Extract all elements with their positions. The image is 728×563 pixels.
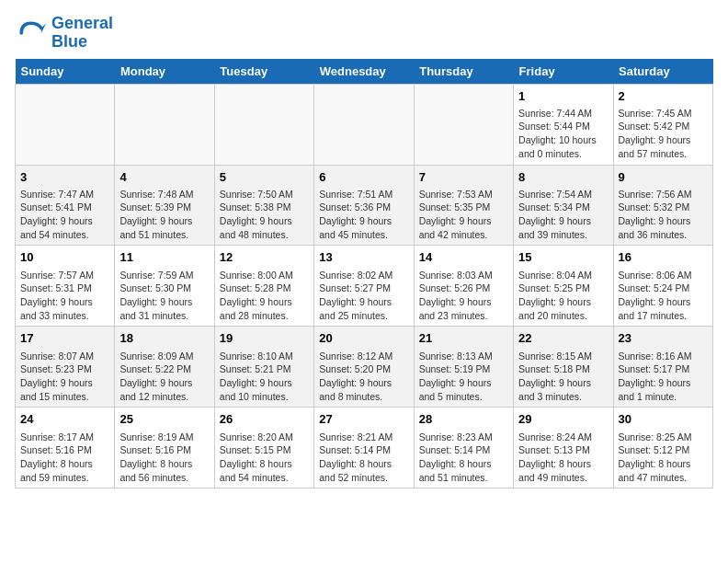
calendar-cell: 9Sunrise: 7:56 AM Sunset: 5:32 PM Daylig… — [613, 165, 712, 246]
calendar-cell: 18Sunrise: 8:09 AM Sunset: 5:22 PM Dayli… — [115, 327, 214, 408]
day-info: Sunrise: 8:15 AM Sunset: 5:18 PM Dayligh… — [518, 350, 608, 404]
logo: General Blue — [15, 15, 113, 52]
day-number: 17 — [20, 330, 109, 347]
day-number: 26 — [220, 411, 309, 428]
weekday-header-saturday: Saturday — [613, 59, 712, 85]
calendar-week-1: 1Sunrise: 7:44 AM Sunset: 5:44 PM Daylig… — [16, 84, 713, 165]
day-number: 14 — [419, 249, 508, 266]
day-info: Sunrise: 7:56 AM Sunset: 5:32 PM Dayligh… — [619, 188, 708, 242]
day-number: 13 — [319, 249, 408, 266]
day-number: 21 — [419, 330, 508, 347]
day-info: Sunrise: 8:24 AM Sunset: 5:13 PM Dayligh… — [518, 431, 608, 485]
day-info: Sunrise: 7:50 AM Sunset: 5:38 PM Dayligh… — [220, 188, 309, 242]
calendar-cell: 4Sunrise: 7:48 AM Sunset: 5:39 PM Daylig… — [115, 165, 214, 246]
calendar-cell — [214, 84, 313, 165]
weekday-header-sunday: Sunday — [16, 59, 115, 85]
calendar-cell: 3Sunrise: 7:47 AM Sunset: 5:41 PM Daylig… — [16, 165, 115, 246]
day-number: 24 — [20, 411, 109, 428]
calendar-cell — [414, 84, 513, 165]
day-number: 7 — [419, 169, 508, 186]
day-info: Sunrise: 7:51 AM Sunset: 5:36 PM Dayligh… — [319, 188, 408, 242]
calendar-cell: 6Sunrise: 7:51 AM Sunset: 5:36 PM Daylig… — [314, 165, 414, 246]
day-number: 11 — [119, 249, 209, 266]
day-info: Sunrise: 8:21 AM Sunset: 5:14 PM Dayligh… — [319, 431, 408, 485]
calendar-cell: 16Sunrise: 8:06 AM Sunset: 5:24 PM Dayli… — [613, 246, 712, 327]
day-number: 15 — [518, 249, 608, 266]
day-info: Sunrise: 7:45 AM Sunset: 5:42 PM Dayligh… — [619, 107, 708, 161]
calendar-cell: 11Sunrise: 7:59 AM Sunset: 5:30 PM Dayli… — [115, 246, 214, 327]
day-number: 12 — [220, 249, 309, 266]
calendar-week-5: 24Sunrise: 8:17 AM Sunset: 5:16 PM Dayli… — [16, 408, 713, 488]
day-number: 22 — [518, 330, 608, 347]
day-number: 1 — [518, 88, 608, 105]
logo-text: General Blue — [51, 15, 113, 52]
calendar-cell: 5Sunrise: 7:50 AM Sunset: 5:38 PM Daylig… — [214, 165, 313, 246]
calendar-week-2: 3Sunrise: 7:47 AM Sunset: 5:41 PM Daylig… — [16, 165, 713, 246]
calendar-cell: 14Sunrise: 8:03 AM Sunset: 5:26 PM Dayli… — [414, 246, 513, 327]
calendar-week-4: 17Sunrise: 8:07 AM Sunset: 5:23 PM Dayli… — [16, 327, 713, 408]
day-info: Sunrise: 8:23 AM Sunset: 5:14 PM Dayligh… — [419, 431, 508, 485]
day-info: Sunrise: 8:17 AM Sunset: 5:16 PM Dayligh… — [20, 431, 109, 485]
day-number: 20 — [319, 330, 408, 347]
day-number: 4 — [119, 169, 209, 186]
calendar-cell: 7Sunrise: 7:53 AM Sunset: 5:35 PM Daylig… — [414, 165, 513, 246]
calendar-week-3: 10Sunrise: 7:57 AM Sunset: 5:31 PM Dayli… — [16, 246, 713, 327]
calendar-cell: 1Sunrise: 7:44 AM Sunset: 5:44 PM Daylig… — [514, 84, 613, 165]
day-number: 8 — [518, 169, 608, 186]
weekday-header-friday: Friday — [514, 59, 613, 85]
calendar-cell — [16, 84, 115, 165]
weekday-header-tuesday: Tuesday — [214, 59, 313, 85]
calendar-cell: 21Sunrise: 8:13 AM Sunset: 5:19 PM Dayli… — [414, 327, 513, 408]
calendar-cell — [314, 84, 414, 165]
day-info: Sunrise: 7:57 AM Sunset: 5:31 PM Dayligh… — [20, 269, 109, 323]
day-number: 18 — [119, 330, 209, 347]
day-info: Sunrise: 8:04 AM Sunset: 5:25 PM Dayligh… — [518, 269, 608, 323]
day-number: 27 — [319, 411, 408, 428]
calendar-body: 1Sunrise: 7:44 AM Sunset: 5:44 PM Daylig… — [16, 84, 713, 488]
calendar-cell: 26Sunrise: 8:20 AM Sunset: 5:15 PM Dayli… — [214, 408, 313, 488]
weekday-header-thursday: Thursday — [414, 59, 513, 85]
logo-icon — [15, 17, 48, 50]
day-number: 28 — [419, 411, 508, 428]
calendar-header-row: SundayMondayTuesdayWednesdayThursdayFrid… — [16, 59, 713, 85]
calendar-cell: 20Sunrise: 8:12 AM Sunset: 5:20 PM Dayli… — [314, 327, 414, 408]
calendar-cell — [115, 84, 214, 165]
day-info: Sunrise: 8:20 AM Sunset: 5:15 PM Dayligh… — [220, 431, 309, 485]
calendar-cell: 13Sunrise: 8:02 AM Sunset: 5:27 PM Dayli… — [314, 246, 414, 327]
day-info: Sunrise: 7:59 AM Sunset: 5:30 PM Dayligh… — [119, 269, 209, 323]
calendar-cell: 10Sunrise: 7:57 AM Sunset: 5:31 PM Dayli… — [16, 246, 115, 327]
day-info: Sunrise: 8:00 AM Sunset: 5:28 PM Dayligh… — [220, 269, 309, 323]
day-info: Sunrise: 7:48 AM Sunset: 5:39 PM Dayligh… — [119, 188, 209, 242]
day-info: Sunrise: 8:09 AM Sunset: 5:22 PM Dayligh… — [119, 350, 209, 404]
calendar-cell: 24Sunrise: 8:17 AM Sunset: 5:16 PM Dayli… — [16, 408, 115, 488]
day-number: 3 — [20, 169, 109, 186]
day-number: 5 — [220, 169, 309, 186]
calendar-cell: 17Sunrise: 8:07 AM Sunset: 5:23 PM Dayli… — [16, 327, 115, 408]
calendar-cell: 12Sunrise: 8:00 AM Sunset: 5:28 PM Dayli… — [214, 246, 313, 327]
calendar-cell: 29Sunrise: 8:24 AM Sunset: 5:13 PM Dayli… — [514, 408, 613, 488]
calendar-table: SundayMondayTuesdayWednesdayThursdayFrid… — [15, 59, 713, 489]
day-info: Sunrise: 7:47 AM Sunset: 5:41 PM Dayligh… — [20, 188, 109, 242]
day-info: Sunrise: 8:06 AM Sunset: 5:24 PM Dayligh… — [619, 269, 708, 323]
calendar-cell: 27Sunrise: 8:21 AM Sunset: 5:14 PM Dayli… — [314, 408, 414, 488]
day-number: 30 — [619, 411, 708, 428]
day-info: Sunrise: 8:16 AM Sunset: 5:17 PM Dayligh… — [619, 350, 708, 404]
day-info: Sunrise: 8:10 AM Sunset: 5:21 PM Dayligh… — [220, 350, 309, 404]
day-info: Sunrise: 8:25 AM Sunset: 5:12 PM Dayligh… — [619, 431, 708, 485]
weekday-header-monday: Monday — [115, 59, 214, 85]
day-number: 16 — [619, 249, 708, 266]
calendar-cell: 25Sunrise: 8:19 AM Sunset: 5:16 PM Dayli… — [115, 408, 214, 488]
day-number: 10 — [20, 249, 109, 266]
day-number: 6 — [319, 169, 408, 186]
day-info: Sunrise: 7:54 AM Sunset: 5:34 PM Dayligh… — [518, 188, 608, 242]
day-info: Sunrise: 8:02 AM Sunset: 5:27 PM Dayligh… — [319, 269, 408, 323]
day-number: 2 — [619, 88, 708, 105]
day-info: Sunrise: 8:07 AM Sunset: 5:23 PM Dayligh… — [20, 350, 109, 404]
day-number: 29 — [518, 411, 608, 428]
weekday-header-wednesday: Wednesday — [314, 59, 414, 85]
day-number: 25 — [119, 411, 209, 428]
day-number: 23 — [619, 330, 708, 347]
day-info: Sunrise: 8:03 AM Sunset: 5:26 PM Dayligh… — [419, 269, 508, 323]
day-info: Sunrise: 8:19 AM Sunset: 5:16 PM Dayligh… — [119, 431, 209, 485]
calendar-cell: 19Sunrise: 8:10 AM Sunset: 5:21 PM Dayli… — [214, 327, 313, 408]
